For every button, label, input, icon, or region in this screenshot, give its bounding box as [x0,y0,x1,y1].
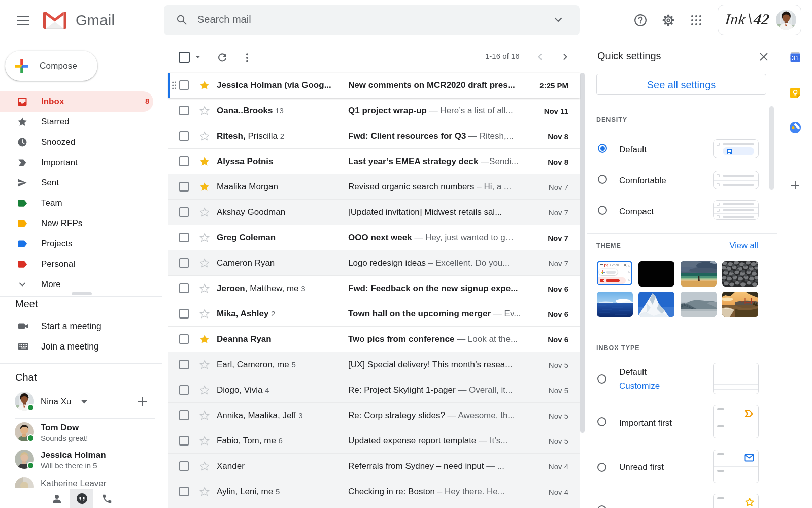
svg-text:31: 31 [792,55,799,62]
